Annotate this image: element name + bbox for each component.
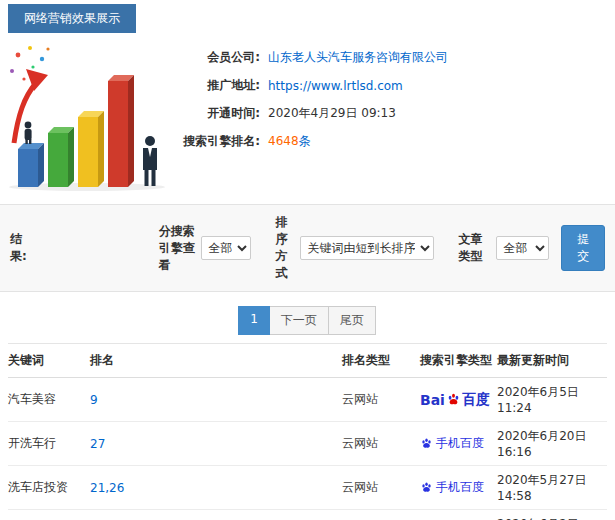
sort-filter-group: 排序方式 关键词由短到长排序 — [275, 214, 434, 282]
header-rank-type: 排名类型 — [342, 344, 420, 378]
baidu-pc-logo: Bai 百度 — [420, 391, 490, 409]
rank-type-cell: 云网站 — [342, 510, 420, 520]
open-time-value: 2020年4月29日 09:13 — [268, 105, 396, 122]
header-rank: 排名 — [90, 344, 342, 378]
page-title: 网络营销效果展示 — [8, 4, 136, 33]
promo-url-label: 推广地址: — [168, 77, 260, 94]
rank-count-unit: 条 — [299, 134, 311, 148]
info-row-url: 推广地址: https://www.lrtlsd.com — [168, 77, 615, 94]
result-section-label: 结果: — [10, 231, 27, 265]
sort-select[interactable]: 关键词由短到长排序 — [300, 236, 434, 260]
results-table: 关键词 排名 排名类型 搜索引擎类型 最新更新时间 汽车美容 9 云网站 Bai… — [8, 343, 607, 520]
info-row-open-time: 开通时间: 2020年4月29日 09:13 — [168, 105, 615, 122]
baidu-mobile-logo: 手机百度 — [420, 435, 484, 452]
engine-select[interactable]: 全部 — [201, 236, 251, 260]
table-header-row: 关键词 排名 排名类型 搜索引擎类型 最新更新时间 — [8, 344, 607, 378]
baidu-logo-text-du: 百度 — [462, 391, 490, 409]
table-row: 洗车店投资 21,26 云网站 手机百度 2020年5月27日 14:58 — [8, 466, 607, 510]
keyword-cell: 汽车美容 — [8, 378, 90, 422]
keyword-cell: 开洗车行 — [8, 422, 90, 466]
rank-count-number: 4648 — [268, 134, 299, 148]
engine-filter-group: 分搜索引擎查看 全部 — [159, 223, 252, 274]
header-keyword: 关键词 — [8, 344, 90, 378]
mobile-baidu-label: 手机百度 — [436, 479, 484, 496]
member-company-link[interactable]: 山东老人头汽车服务咨询有限公司 — [268, 49, 448, 66]
last-page-button[interactable]: 尾页 — [328, 306, 376, 335]
update-time-cell: 2020年6月2日 16:34 — [497, 510, 607, 520]
promo-url-link[interactable]: https://www.lrtlsd.com — [268, 79, 403, 93]
article-type-filter-group: 文章类型 全部 — [458, 231, 549, 265]
rank-type-cell: 云网站 — [342, 378, 420, 422]
company-label: 会员公司: — [168, 49, 260, 66]
rank-count-label: 搜索引擎排名: — [168, 133, 260, 150]
filter-bar: 结果: 分搜索引擎查看 全部 排序方式 关键词由短到长排序 文章类型 全部 提交 — [0, 204, 615, 292]
baidu-paw-icon — [420, 481, 433, 494]
mobile-baidu-label: 手机百度 — [436, 435, 484, 452]
rank-link[interactable]: 27 — [90, 437, 105, 451]
top-section: 会员公司: 山东老人头汽车服务咨询有限公司 推广地址: https://www.… — [0, 33, 615, 198]
engine-cell: 手机百度 — [420, 466, 497, 510]
rank-type-cell: 云网站 — [342, 422, 420, 466]
keyword-cell: 汽车加盟店 — [8, 510, 90, 520]
baidu-mobile-logo: 手机百度 — [420, 479, 484, 496]
article-type-label: 文章类型 — [458, 231, 491, 265]
keyword-cell: 洗车店投资 — [8, 466, 90, 510]
table-row: 汽车美容 9 云网站 Bai 百度 2020年6月5日 11:24 — [8, 378, 607, 422]
article-type-select[interactable]: 全部 — [496, 236, 549, 260]
update-time-cell: 2020年5月27日 14:58 — [497, 466, 607, 510]
rank-link[interactable]: 9 — [90, 393, 98, 407]
engine-cell: Bai 百度 — [420, 510, 497, 520]
results-table-body: 汽车美容 9 云网站 Bai 百度 2020年6月5日 11:24 开洗车行 2… — [8, 378, 607, 520]
rank-link[interactable]: 21,26 — [90, 481, 124, 495]
open-time-label: 开通时间: — [168, 105, 260, 122]
header-update-time: 最新更新时间 — [497, 344, 607, 378]
next-page-button[interactable]: 下一页 — [269, 306, 329, 335]
submit-button[interactable]: 提交 — [561, 225, 605, 271]
chart-illustration — [0, 39, 168, 194]
update-time-cell: 2020年6月5日 11:24 — [497, 378, 607, 422]
baidu-paw-icon — [420, 437, 433, 450]
bar-chart-decoration — [2, 39, 168, 191]
engine-cell: Bai 百度 — [420, 378, 497, 422]
info-row-rank-count: 搜索引擎排名: 4648条 — [168, 133, 615, 150]
engine-filter-label: 分搜索引擎查看 — [159, 223, 197, 274]
table-row: 汽车加盟店 8 云网站 Bai 百度 2020年6月2日 16:34 — [8, 510, 607, 520]
sort-filter-label: 排序方式 — [275, 214, 295, 282]
header-engine-type: 搜索引擎类型 — [420, 344, 497, 378]
pagination: 1 下一页 尾页 — [0, 306, 615, 335]
rank-type-cell: 云网站 — [342, 466, 420, 510]
member-info-panel: 会员公司: 山东老人头汽车服务咨询有限公司 推广地址: https://www.… — [168, 39, 615, 194]
page-number-current[interactable]: 1 — [238, 306, 270, 335]
engine-cell: 手机百度 — [420, 422, 497, 466]
baidu-logo-text-bai: Bai — [420, 392, 445, 408]
table-row: 开洗车行 27 云网站 手机百度 2020年6月20日 16:16 — [8, 422, 607, 466]
rank-count-value: 4648条 — [268, 133, 311, 150]
update-time-cell: 2020年6月20日 16:16 — [497, 422, 607, 466]
baidu-paw-icon — [446, 392, 461, 407]
info-row-company: 会员公司: 山东老人头汽车服务咨询有限公司 — [168, 49, 615, 66]
